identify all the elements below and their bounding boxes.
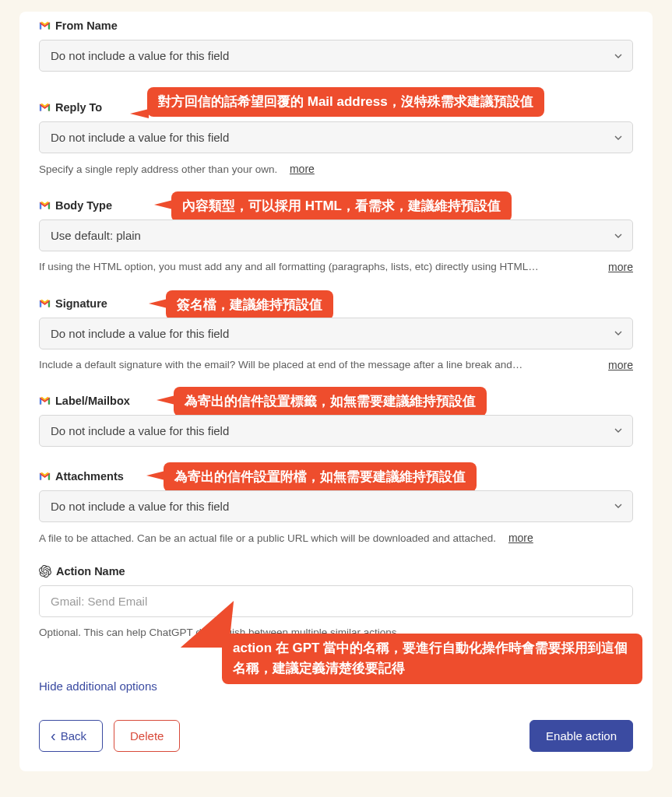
body-type-label: Body Type (55, 199, 112, 212)
label-mailbox-select[interactable]: Do not include a value for this field (39, 415, 633, 447)
attachments-more-link[interactable]: more (508, 532, 533, 544)
attachments-label: Attachments (55, 470, 124, 483)
annotation-attachments: 為寄出的信件設置附檔，如無需要建議維持預設值 (164, 462, 477, 492)
from-name-label: From Name (55, 19, 118, 32)
footer: zapier AI Actions Alpha Help Privacy Ter… (0, 783, 672, 797)
action-name-input[interactable] (39, 585, 633, 617)
delete-button[interactable]: Delete (114, 720, 180, 752)
reply-to-helper: Specify a single reply address other tha… (39, 161, 633, 177)
field-body-type: 內容類型，可以採用 HTML，看需求，建議維持預設值 Body Type Use… (19, 199, 653, 275)
annotation-label-mailbox: 為寄出的信件設置標籤，如無需要建議維持預設值 (174, 387, 487, 416)
signature-more-link[interactable]: more (608, 357, 633, 374)
from-name-select[interactable]: Do not include a value for this field (39, 40, 633, 72)
field-label-mailbox: 為寄出的信件設置標籤，如無需要建議維持預設值 Label/Mailbox Do … (19, 395, 653, 447)
reply-to-select[interactable]: Do not include a value for this field (39, 121, 633, 153)
annotation-action-name: action 在 GPT 當中的名稱，要進行自動化操作時會需要採用到這個名稱，建… (222, 634, 642, 684)
field-from-name: From Name Do not include a value for thi… (19, 19, 653, 72)
reply-to-label: Reply To (55, 101, 102, 114)
attachments-select[interactable]: Do not include a value for this field (39, 490, 633, 522)
body-type-more-link[interactable]: more (608, 259, 633, 276)
signature-helper: more Include a default signature with th… (39, 357, 633, 373)
form-container: From Name Do not include a value for thi… (19, 12, 653, 771)
field-action-name: Action Name Optional. This can help Chat… (19, 565, 653, 641)
annotation-reply-to: 對方回信的話希望回覆的 Mail address，沒特殊需求建議預設值 (147, 87, 552, 117)
signature-label: Signature (55, 297, 107, 310)
label-mailbox-label: Label/Mailbox (55, 395, 130, 407)
gmail-icon (39, 299, 51, 308)
back-button[interactable]: Back (39, 720, 103, 752)
annotation-signature: 簽名檔，建議維持預設值 (166, 290, 333, 320)
body-type-helper: more If using the HTML option, you must … (39, 259, 633, 275)
field-reply-to: 對方回信的話希望回覆的 Mail address，沒特殊需求建議預設值 Repl… (19, 101, 653, 177)
gmail-icon (39, 201, 51, 210)
field-attachments: 為寄出的信件設置附檔，如無需要建議維持預設值 Attachments Do no… (19, 470, 653, 546)
action-name-label: Action Name (56, 565, 125, 578)
gmail-icon (39, 21, 51, 30)
body-type-select[interactable]: Use default: plain (39, 219, 633, 251)
field-signature: 簽名檔，建議維持預設值 Signature Do not include a v… (19, 297, 653, 373)
gmail-icon (39, 396, 51, 406)
openai-icon (39, 565, 51, 578)
enable-action-button[interactable]: Enable action (530, 720, 633, 752)
gmail-icon (39, 103, 51, 112)
gmail-icon (39, 472, 51, 481)
annotation-body-type: 內容類型，可以採用 HTML，看需求，建議維持預設值 (171, 191, 512, 221)
reply-to-more-link[interactable]: more (290, 163, 315, 175)
signature-select[interactable]: Do not include a value for this field (39, 318, 633, 349)
attachments-helper: A file to be attached. Can be an actual … (39, 530, 633, 546)
button-row: Back Delete Enable action (19, 720, 653, 752)
